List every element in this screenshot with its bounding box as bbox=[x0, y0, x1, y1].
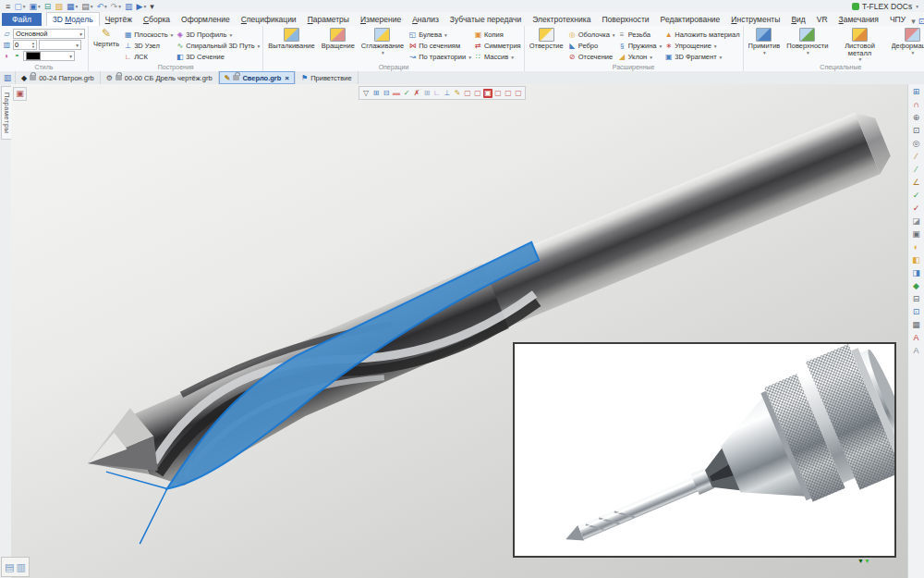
tab-gears[interactable]: Зубчатые передачи bbox=[444, 13, 527, 26]
tab-bom[interactable]: Спецификации bbox=[236, 13, 302, 26]
doc-tab-drill-drawing[interactable]: ⚙00-00 СБ Дрель чертёж.grb bbox=[101, 71, 219, 84]
close-tab-icon[interactable]: × bbox=[285, 74, 289, 82]
apply-icon[interactable]: ✓ bbox=[402, 89, 411, 98]
selection-filter-icon[interactable]: ▽ bbox=[361, 89, 371, 98]
measure-distance-icon[interactable]: ∕ bbox=[910, 151, 923, 163]
shading-mode-icon[interactable]: ◐ bbox=[910, 241, 923, 253]
loft-item[interactable]: ⋈По сечениям bbox=[408, 41, 471, 51]
fragment3d-item[interactable]: ▣3D Фрагмент▾ bbox=[664, 52, 739, 62]
style-combo[interactable]: Основной▾ bbox=[13, 29, 85, 39]
tab-drawing[interactable]: Чертёж bbox=[100, 13, 138, 26]
tab-surfaces[interactable]: Поверхности bbox=[596, 13, 654, 26]
deform-button[interactable]: Деформация▾ bbox=[890, 27, 924, 63]
tab-vr[interactable]: VR bbox=[811, 13, 833, 26]
redo-icon[interactable]: ↷▾ bbox=[109, 1, 123, 12]
material-diamond-icon[interactable]: ◆ bbox=[910, 280, 923, 292]
node3d-item[interactable]: ⊥3D Узел bbox=[124, 41, 173, 51]
primitive-button[interactable]: Примитив▾ bbox=[747, 27, 783, 63]
blend-button[interactable]: Сглаживание▾ bbox=[359, 27, 406, 63]
print-icon[interactable]: ▤▾ bbox=[79, 1, 94, 12]
surfaces-button[interactable]: Поверхности▾ bbox=[784, 27, 830, 63]
spring-item[interactable]: §Пружина▾ bbox=[618, 41, 663, 51]
transparent-icon[interactable]: ▢ bbox=[504, 89, 513, 98]
color-combo[interactable]: ▾ bbox=[23, 51, 75, 61]
check-errors-icon[interactable]: ✓ bbox=[910, 203, 923, 215]
profile3d-item[interactable]: ◈3D Профиль▾ bbox=[176, 30, 260, 40]
ribbon-options-icon[interactable]: ▾ bbox=[911, 17, 916, 26]
section-view-icon[interactable]: ◧ bbox=[910, 254, 923, 266]
zoom-window-icon[interactable]: ⊡ bbox=[910, 125, 923, 137]
section3d-item[interactable]: ◧3D Сечение bbox=[176, 52, 260, 62]
draft-item[interactable]: ◢Уклон▾ bbox=[618, 52, 663, 62]
tab-list-icon[interactable]: ▥ bbox=[0, 71, 16, 84]
hole-button[interactable]: Отверстие bbox=[528, 27, 565, 63]
save-icon[interactable]: ▦▾ bbox=[65, 1, 79, 12]
tab-measure[interactable]: Измерение bbox=[355, 13, 407, 26]
preview-icon[interactable]: ▥ bbox=[123, 1, 135, 12]
annotation-icon[interactable]: A bbox=[910, 345, 923, 357]
shell-item[interactable]: ◎Оболочка▾ bbox=[568, 30, 615, 40]
customize-qat-icon[interactable]: ▾ bbox=[148, 1, 156, 12]
level-spinner[interactable]: 0▲▼ bbox=[13, 40, 37, 50]
symmetry-item[interactable]: ⇄Симметрия bbox=[474, 41, 521, 51]
tab-electrical[interactable]: Электротехника bbox=[527, 13, 596, 26]
viewport-icon[interactable]: ⊡ bbox=[910, 306, 923, 318]
extrude-button[interactable]: Выталкивание bbox=[266, 27, 316, 63]
workplane-view-icon[interactable]: ⊟ bbox=[910, 293, 923, 305]
spiral-path-item[interactable]: ∿Спиральный 3D Путь▾ bbox=[176, 41, 260, 51]
tflex-docs-button[interactable]: T-FLEX DOCs ▾ bbox=[852, 0, 918, 12]
paint-faces-icon[interactable]: ◪ bbox=[910, 215, 923, 228]
new-from-template-icon[interactable]: ▣▾ bbox=[28, 1, 43, 12]
select-window-icon[interactable]: ⊞ bbox=[910, 86, 923, 98]
camera-icon[interactable]: ▦ bbox=[910, 319, 923, 331]
shaded-icon[interactable]: ▣ bbox=[483, 89, 492, 98]
tab-annotations[interactable]: Замечания bbox=[833, 13, 884, 26]
doc-tab-patron[interactable]: ◆00-24 Патрон.grb bbox=[16, 71, 101, 84]
boolean-item[interactable]: ◱Булева▾ bbox=[408, 30, 471, 40]
simplify-item[interactable]: ∗Упрощение▾ bbox=[664, 41, 739, 51]
check-model-icon[interactable]: ✓ bbox=[910, 190, 923, 202]
tab-assembly[interactable]: Сборка bbox=[138, 13, 176, 26]
filter-window-icon[interactable]: ⊞ bbox=[371, 89, 381, 98]
cancel-icon[interactable]: ✗ bbox=[412, 89, 421, 98]
tab-cnc[interactable]: ЧПУ bbox=[884, 13, 911, 26]
measure-angle-icon[interactable]: ∠ bbox=[910, 177, 923, 189]
tab-analysis[interactable]: Анализ bbox=[407, 13, 444, 26]
tab-file[interactable]: Файл bbox=[2, 13, 42, 26]
undo-icon[interactable]: ↶▾ bbox=[94, 1, 108, 12]
perspective-view-icon[interactable]: ▣ bbox=[910, 228, 923, 240]
array-item[interactable]: ∷Массив▾ bbox=[474, 52, 521, 62]
page-layout-2-icon[interactable]: ▥ bbox=[16, 559, 25, 575]
tab-view[interactable]: Вид bbox=[785, 13, 810, 26]
lcs-item[interactable]: ∟ЛСК bbox=[124, 52, 173, 62]
node-axes-icon[interactable]: ∟ bbox=[432, 89, 442, 98]
new-document-icon[interactable]: ▢▾ bbox=[12, 1, 27, 12]
clip-plane-icon[interactable]: ◨ bbox=[910, 267, 923, 279]
level-combo[interactable]: ▾ bbox=[39, 40, 81, 50]
tab-tools[interactable]: Инструменты bbox=[725, 13, 785, 26]
magnet-snap-icon[interactable]: ∩ bbox=[910, 99, 923, 111]
tab-3d-model[interactable]: 3D Модель bbox=[46, 12, 100, 26]
trim-item[interactable]: ⊘Отсечение bbox=[568, 52, 615, 62]
page-layout-1-icon[interactable]: ▤ bbox=[5, 559, 14, 575]
macros-icon[interactable]: ▶▾ bbox=[135, 1, 149, 12]
rib-item[interactable]: ◣Ребро bbox=[568, 41, 615, 51]
sketch-face-icon[interactable]: ✎ bbox=[453, 89, 462, 98]
thread-item[interactable]: ≡Резьба bbox=[618, 30, 663, 40]
perspective-toggle-icon[interactable]: ▢ bbox=[514, 89, 523, 98]
hidden-line-icon[interactable]: ▢ bbox=[473, 89, 482, 98]
workplane-icon[interactable]: ⊞ bbox=[422, 89, 432, 98]
tab-layout[interactable]: Оформление bbox=[176, 13, 236, 26]
find-icon[interactable]: ⊡ bbox=[918, 17, 924, 26]
shaded-edges-icon[interactable]: ▢ bbox=[493, 89, 503, 98]
sweep-item[interactable]: ↝По траектории▾ bbox=[408, 52, 471, 62]
sheet-metal-button[interactable]: Листовой металл▾ bbox=[833, 27, 887, 63]
document-links-icon[interactable]: ⊟ bbox=[43, 1, 54, 12]
lcs-axes-icon[interactable]: ⊥ bbox=[443, 89, 452, 98]
draw-button[interactable]: ✎Чертить bbox=[91, 27, 121, 63]
measure-element-icon[interactable]: ∕ bbox=[910, 164, 923, 176]
wireframe-icon[interactable]: ▢ bbox=[463, 89, 472, 98]
revolve-button[interactable]: Вращение bbox=[320, 27, 357, 63]
doc-tab-welcome[interactable]: ⚑Приветствие bbox=[296, 71, 359, 84]
3d-viewport[interactable]: ▣ ▽⊞⊟▬✓✗⊞∟⊥✎▢▢▣▢▢▢ bbox=[11, 84, 908, 578]
